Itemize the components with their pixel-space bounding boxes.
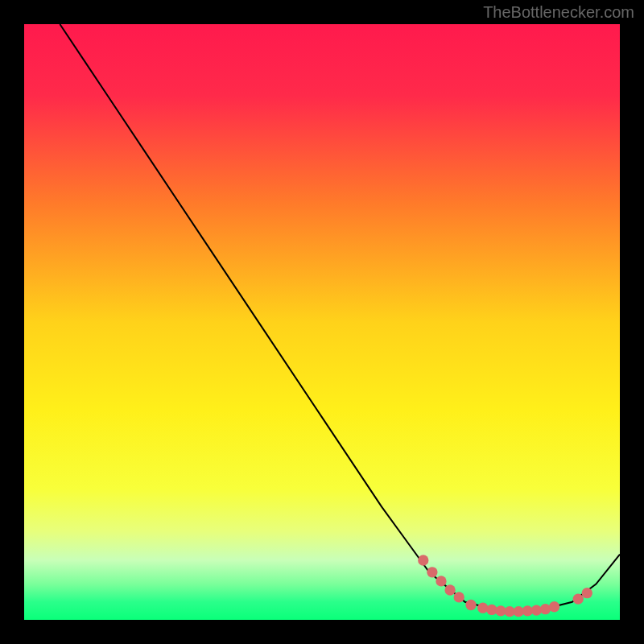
watermark-text: TheBottlenecker.com	[483, 3, 634, 22]
marker-dot	[418, 555, 428, 565]
marker-dot	[454, 592, 464, 602]
data-markers	[418, 555, 592, 617]
chart-curve-layer	[24, 24, 620, 620]
marker-dot	[477, 603, 488, 613]
marker-dot	[582, 588, 592, 598]
marker-dot	[427, 567, 437, 577]
marker-dot	[549, 601, 559, 612]
marker-dot	[444, 584, 455, 595]
marker-dot	[573, 593, 584, 604]
bottleneck-curve	[60, 24, 620, 611]
marker-dot	[465, 600, 476, 610]
plot-area	[24, 24, 620, 620]
marker-dot	[436, 576, 446, 586]
